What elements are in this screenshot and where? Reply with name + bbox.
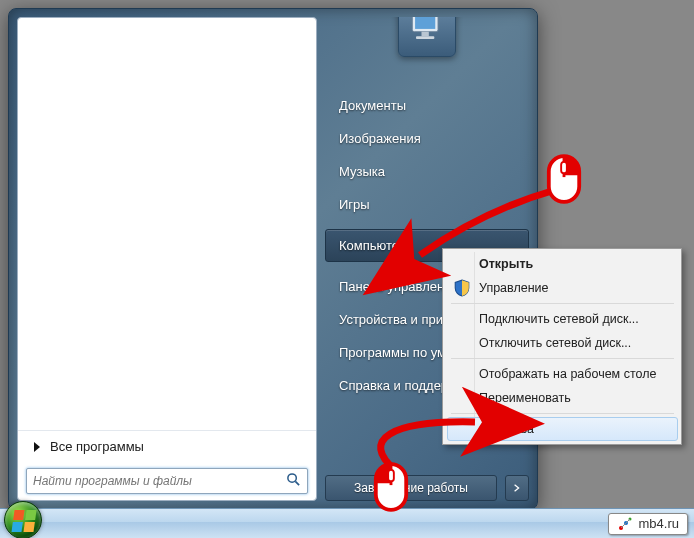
rocket-icon (617, 516, 633, 532)
context-menu: ОткрытьУправлениеПодключить сетевой диск… (442, 248, 682, 445)
start-menu-item-2[interactable]: Музыка (325, 155, 529, 188)
context-menu-item-0[interactable]: Открыть (447, 252, 678, 276)
context-menu-separator (451, 413, 674, 414)
user-picture[interactable] (398, 17, 456, 57)
search-icon (286, 472, 301, 490)
programs-list-area (18, 18, 316, 430)
context-menu-item-label: Подключить сетевой диск... (479, 312, 639, 326)
all-programs-label: Все программы (50, 439, 144, 454)
mouse-left-click-icon (372, 458, 410, 516)
chevron-right-icon (513, 484, 521, 492)
all-programs[interactable]: Все программы (18, 430, 316, 462)
watermark-text: mb4.ru (639, 516, 679, 531)
svg-rect-4 (422, 32, 429, 37)
start-button[interactable] (4, 501, 42, 539)
svg-point-0 (288, 474, 296, 482)
svg-rect-3 (415, 17, 435, 29)
svg-rect-5 (416, 36, 434, 39)
shield-icon (453, 279, 471, 297)
search-input[interactable] (33, 474, 286, 488)
context-menu-item-label: Открыть (479, 257, 533, 271)
context-menu-item-4[interactable]: Отключить сетевой диск... (447, 331, 678, 355)
context-menu-item-6[interactable]: Отображать на рабочем столе (447, 362, 678, 386)
context-menu-item-label: Переименовать (479, 391, 571, 405)
context-menu-item-9[interactable]: Свойства (447, 417, 678, 441)
context-menu-item-1[interactable]: Управление (447, 276, 678, 300)
svg-line-9 (621, 519, 630, 528)
context-menu-separator (451, 358, 674, 359)
start-menu-item-1[interactable]: Изображения (325, 122, 529, 155)
context-menu-item-7[interactable]: Переименовать (447, 386, 678, 410)
arrow-right-icon (34, 442, 40, 452)
context-menu-item-label: Свойства (479, 422, 534, 436)
taskbar: mb4.ru (0, 508, 694, 538)
computer-icon (405, 17, 449, 50)
start-menu-item-0[interactable]: Документы (325, 89, 529, 122)
context-menu-separator (451, 303, 674, 304)
shutdown-button[interactable]: Завершение работы (325, 475, 497, 501)
shutdown-menu-button[interactable] (505, 475, 529, 501)
context-menu-item-label: Отключить сетевой диск... (479, 336, 631, 350)
search-box[interactable] (26, 468, 308, 494)
context-menu-item-label: Управление (479, 281, 549, 295)
start-menu-item-3[interactable]: Игры (325, 188, 529, 221)
watermark-badge: mb4.ru (608, 513, 688, 535)
svg-rect-12 (561, 162, 567, 173)
svg-line-1 (295, 481, 299, 485)
mouse-right-click-icon (545, 150, 583, 208)
context-menu-item-label: Отображать на рабочем столе (479, 367, 656, 381)
svg-rect-15 (388, 470, 394, 481)
context-menu-item-3[interactable]: Подключить сетевой диск... (447, 307, 678, 331)
start-menu-left-pane: Все программы (17, 17, 317, 501)
